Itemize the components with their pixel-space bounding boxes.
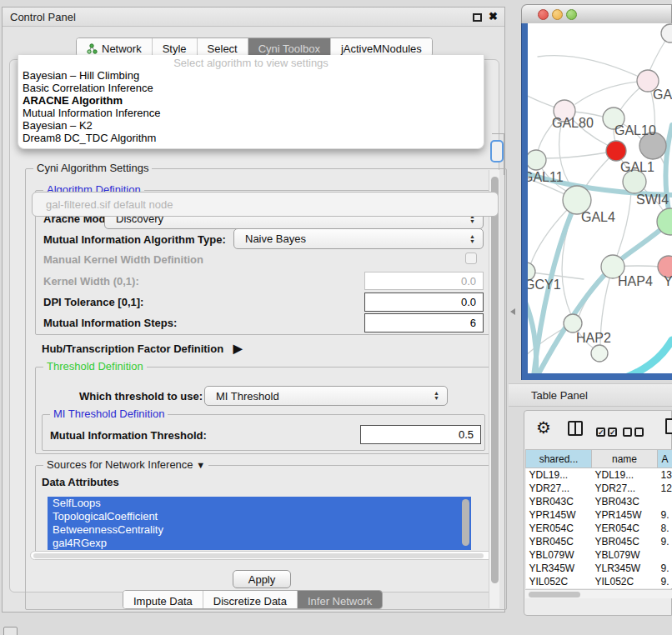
close-traffic-light[interactable]	[538, 9, 549, 20]
table-cell[interactable]: YBR043C	[592, 495, 658, 508]
table-cell[interactable]: YDL19...	[592, 468, 658, 482]
table-cell[interactable]: YDR27...	[592, 482, 658, 495]
network-edge[interactable]	[619, 340, 672, 373]
zoom-traffic-light[interactable]	[566, 9, 577, 20]
network-node[interactable]	[564, 314, 582, 332]
network-window-titlebar[interactable]	[521, 4, 672, 23]
mi-steps-field[interactable]: 6	[364, 313, 484, 332]
table-cell[interactable]: YLR345W	[592, 562, 658, 575]
list-scrollbar-thumb[interactable]	[462, 499, 469, 546]
which-threshold-combobox[interactable]: MI Threshold ▲▼	[204, 386, 448, 406]
table-row[interactable]: YLR345WYLR345W9.	[526, 562, 672, 575]
table-hscrollbar-thumb[interactable]	[529, 592, 580, 598]
menu-item-mutual-information[interactable]: Mutual Information Inference	[18, 107, 484, 119]
table-cell[interactable]: YBR045C	[526, 535, 592, 548]
minimize-traffic-light[interactable]	[552, 9, 563, 20]
hscrollbar-thumb[interactable]	[33, 553, 484, 558]
table-cell[interactable]: YBL079W	[592, 548, 658, 562]
settings-vscrollbar[interactable]	[489, 170, 499, 608]
tab-network[interactable]: Network	[77, 38, 152, 56]
table-cell[interactable]: 13	[658, 468, 672, 482]
tab-discretize-data[interactable]: Discretize Data	[203, 591, 297, 608]
dock-panel-icon[interactable]	[3, 627, 18, 635]
hub-tf-definition-toggle[interactable]: Hub/Transcription Factor Definition ▶	[42, 342, 243, 355]
column-header-name[interactable]: name	[592, 450, 658, 468]
tab-style[interactable]: Style	[152, 38, 197, 56]
network-node[interactable]	[528, 150, 546, 170]
table-cell[interactable]: YPR145W	[526, 508, 592, 522]
table-cell[interactable]: YLR345W	[526, 562, 592, 575]
table-cell[interactable]: YDL19...	[526, 468, 592, 482]
tab-jactivemnodules[interactable]: jActiveMNodules	[330, 38, 432, 56]
table-cell[interactable]: YER054C	[526, 522, 592, 535]
network-node[interactable]	[661, 24, 672, 42]
table-cell[interactable]: YIL052C	[526, 575, 592, 588]
table-row[interactable]: YPR145WYPR145W9.	[526, 508, 672, 522]
data-attribute-item[interactable]: BetweennessCentrality	[48, 523, 471, 537]
tab-cyni-toolbox[interactable]: Cyni Toolbox	[248, 38, 330, 56]
table-row[interactable]: YBR043CYBR043C	[526, 495, 672, 508]
table-cell[interactable]: YDR27...	[526, 482, 592, 495]
splitter-handle-icon[interactable]	[510, 308, 515, 315]
table-cell[interactable]: YBR043C	[526, 495, 592, 508]
tab-infer-network[interactable]: Infer Network	[297, 591, 382, 608]
settings-hscrollbar[interactable]	[30, 551, 495, 560]
tab-select[interactable]: Select	[197, 38, 248, 56]
clear-all-checkboxes-icon[interactable]	[623, 424, 646, 439]
table-cell[interactable]: 9.	[658, 508, 672, 522]
table-cell[interactable]: 9.	[658, 535, 672, 548]
table-row[interactable]: YBL079WYBL079W	[526, 548, 672, 562]
focused-spinner-fragment[interactable]	[490, 140, 504, 162]
network-edge[interactable]	[544, 151, 616, 158]
table-cell[interactable]	[658, 548, 672, 562]
network-node[interactable]	[591, 345, 608, 362]
data-attributes-list[interactable]: SelfLoopsTopologicalCoefficientBetweenne…	[48, 497, 471, 550]
column-header-shared-name[interactable]: shared...	[526, 450, 592, 468]
table-cell[interactable]: YBR045C	[592, 535, 658, 548]
table-hscrollbar[interactable]	[525, 589, 672, 598]
data-attribute-item[interactable]: TopologicalCoefficient	[48, 510, 471, 523]
table-row[interactable]: YIL052CYIL052C9.	[526, 575, 672, 588]
select-all-checkboxes-icon[interactable]: ✓✓	[596, 424, 619, 439]
gear-icon[interactable]: ⚙	[536, 418, 551, 438]
manual-kernel-checkbox[interactable]	[465, 252, 477, 264]
table-row[interactable]: YDL19...YDL19...13	[526, 468, 672, 482]
new-table-icon[interactable]	[665, 418, 672, 434]
table-cell[interactable]: 8.	[658, 522, 672, 535]
table-cell[interactable]: YIL052C	[592, 575, 658, 588]
column-header-partial[interactable]: A	[658, 450, 672, 468]
close-icon[interactable]: ✖	[489, 10, 498, 22]
network-view-canvas[interactable]: GALGAL80GAL10GAL1GAL11SWI4GAL4GCY1HAP4YH…	[528, 23, 672, 373]
table-row[interactable]: YDR27...YDR27...12	[526, 482, 672, 495]
network-edge[interactable]	[528, 293, 536, 373]
table-cell[interactable]: YPR145W	[592, 508, 658, 522]
apply-button[interactable]: Apply	[233, 570, 291, 588]
menu-item-aracne[interactable]: ARACNE Algorithm	[18, 94, 484, 107]
network-edge[interactable]	[575, 81, 648, 104]
menu-item-bayesian-hill-climbing[interactable]: Bayesian – Hill Climbing	[18, 69, 484, 82]
data-attribute-item[interactable]: gal4RGexp	[48, 537, 471, 550]
table-cell[interactable]: 12	[658, 482, 672, 495]
mi-type-combobox[interactable]: Naive Bayes ▲▼	[233, 228, 484, 249]
menu-item-dream8[interactable]: Dream8 DC_TDC Algorithm	[18, 132, 484, 144]
float-window-icon[interactable]	[473, 13, 482, 22]
menu-item-bayesian-k2[interactable]: Bayesian – K2	[18, 119, 484, 132]
vscrollbar-thumb[interactable]	[491, 177, 499, 583]
table-row[interactable]: YER054CYER054C8.	[526, 522, 672, 535]
table-cell[interactable]: YER054C	[592, 522, 658, 535]
table-row[interactable]: YBR045CYBR045C9.	[526, 535, 672, 548]
network-selector-combobox[interactable]: gal-filtered.sif default node	[32, 192, 499, 217]
data-attribute-item[interactable]: SelfLoops	[48, 497, 471, 510]
table-cell[interactable]: 9.	[658, 575, 672, 588]
sources-toggle[interactable]: Sources for Network Inference ▼	[43, 458, 208, 471]
network-edge[interactable]	[538, 56, 648, 81]
kernel-width-field[interactable]: 0.0	[364, 272, 484, 290]
column-chooser-icon[interactable]	[568, 421, 583, 439]
network-node[interactable]	[606, 141, 626, 161]
mi-threshold-field[interactable]: 0.5	[360, 425, 481, 444]
table-cell[interactable]: 9.	[658, 562, 672, 575]
dpi-tolerance-field[interactable]: 0.0	[364, 292, 484, 312]
menu-item-basic-correlation[interactable]: Basic Correlation Inference	[18, 82, 484, 94]
table-cell[interactable]: YBL079W	[526, 548, 592, 562]
table-cell[interactable]	[658, 495, 672, 508]
